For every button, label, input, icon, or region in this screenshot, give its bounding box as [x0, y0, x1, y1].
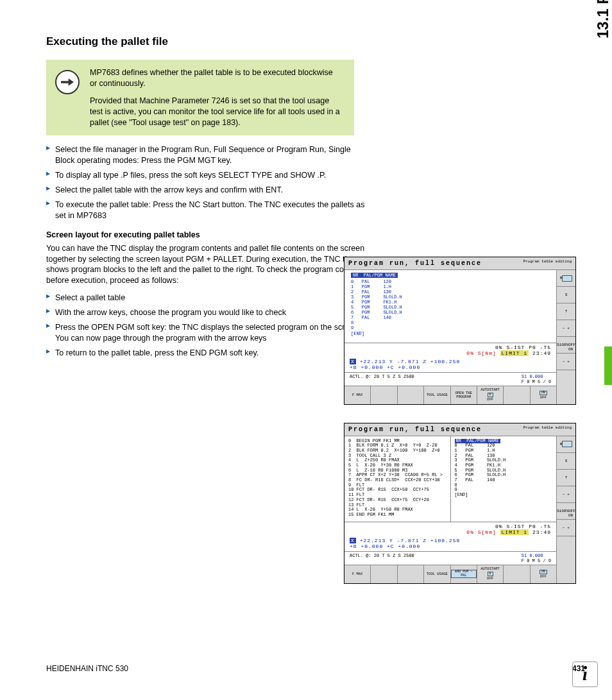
body-paragraph: You can have the TNC display the program… — [46, 243, 367, 287]
softkey[interactable] — [371, 386, 397, 404]
side-button[interactable]: M — [557, 436, 575, 453]
side-button[interactable]: S — [557, 453, 575, 470]
side-toolbar: M S T − + S100%OFF ON − + — [556, 270, 575, 404]
softkey-row: F MAX TOOL USAGE OPEN THE PROGRAM AUTOST… — [344, 386, 556, 404]
softkey[interactable] — [398, 386, 424, 404]
ss-mode-label: Program table editing — [523, 426, 572, 433]
pallet-listing: NR PAL/PGM NAME 0 PAL 120 1 PGM 1.H 2 PA… — [451, 436, 557, 522]
side-button[interactable]: S — [557, 287, 575, 303]
page-edge-tab — [604, 346, 612, 385]
side-button[interactable]: M — [557, 270, 575, 287]
softkey[interactable] — [504, 565, 530, 583]
side-button[interactable]: − + — [557, 520, 575, 536]
note-box: MP7683 defines whether the pallet table … — [46, 60, 354, 135]
side-button[interactable]: T — [557, 470, 575, 486]
info-icon: ı — [572, 662, 598, 687]
softkey[interactable]: END PGM → PAL — [451, 565, 477, 583]
tnc-screenshot: Program run, full sequence Program table… — [344, 257, 576, 405]
step-item: With the arrow keys, choose the program … — [46, 307, 367, 318]
step-item: Select the pallet table with the arrow k… — [46, 185, 367, 196]
side-button[interactable]: T — [557, 303, 575, 320]
tnc-screenshot: Program run, full sequence Program table… — [344, 423, 576, 584]
side-button[interactable]: − + — [557, 486, 575, 503]
step-item: Select a pallet table — [46, 293, 367, 303]
footer-product: HEIDENHAIN iTNC 530 — [46, 664, 128, 673]
coordinates-display: X +22.213 Y -7.071 Z +100.250 +B +0.000 … — [344, 357, 556, 372]
step-item: Press the OPEN PGM soft key: the TNC dis… — [46, 322, 367, 344]
softkey[interactable] — [371, 565, 397, 583]
ss-title: Program run, full sequence — [348, 260, 482, 267]
softkey[interactable]: TOOL USAGE — [424, 386, 450, 404]
step-item: Select the file manager in the Program R… — [46, 144, 367, 166]
softkey-row: F MAX TOOL USAGE END PGM → PAL AUTOSTART… — [344, 565, 556, 583]
softkey[interactable] — [504, 386, 530, 404]
softkey[interactable]: F MAX — [344, 565, 371, 583]
info-bar: ACTL. @: 20 T 5 Z S 2500 S1 0.000F 0 M 5… — [344, 551, 556, 565]
softkey[interactable] — [398, 565, 424, 583]
step-item: To execute the pallet table: Press the N… — [46, 200, 367, 221]
program-listing: 0 BEGIN PGM FK1 MM 1 BLK FORM 0.1 Z X+0 … — [344, 436, 451, 522]
note-paragraph: Provided that Machine Parameter 7246 is … — [90, 96, 341, 128]
arrow-right-icon — [55, 70, 80, 94]
info-bar: ACTL. @: 20 T 5 Z S 2500 S1 0.000F 0 M 5… — [344, 372, 556, 386]
section-heading: Executing the pallet file — [46, 35, 585, 48]
sub-heading: Screen layout for executing pallet table… — [46, 230, 585, 239]
side-button[interactable]: − + — [557, 354, 575, 370]
softkey[interactable]: ONOFF — [531, 386, 556, 404]
softkey[interactable]: AUTOSTART⊕OFF — [477, 565, 504, 583]
side-toolbar: M S T − + S100%OFF ON − + — [556, 436, 575, 583]
softkey[interactable]: ONOFF — [531, 565, 556, 583]
softkey[interactable]: TOOL USAGE — [424, 565, 450, 583]
coordinates-display: X +22.213 Y -7.071 Z +100.250 +B +0.000 … — [344, 536, 556, 551]
steps-list: Select the file manager in the Program R… — [46, 144, 367, 221]
status-line: 0% S-IST P0 -T50% S[Nm] LIMIT 1 23:49 — [350, 524, 551, 535]
side-section-title: 13.1 Pallet Editor — [594, 0, 612, 38]
page-footer: HEIDENHAIN iTNC 530 431 — [46, 664, 585, 673]
side-button[interactable]: − + — [557, 320, 575, 337]
step-item: To return to the pallet table, press the… — [46, 348, 367, 359]
pallet-list: NR PAL/PGM NAME 0 PAL 120 1 PGM 1.H 2 PA… — [344, 270, 556, 343]
steps-list: Select a pallet table With the arrow key… — [46, 293, 367, 358]
note-paragraph: MP7683 defines whether the pallet table … — [90, 67, 341, 89]
softkey[interactable]: F MAX — [344, 386, 371, 404]
step-item: To display all type .P files, press the … — [46, 170, 367, 181]
side-button[interactable]: S100%OFF ON — [557, 337, 575, 354]
ss-title: Program run, full sequence — [348, 426, 482, 433]
ss-mode-label: Program table editing — [523, 260, 572, 267]
softkey[interactable]: AUTOSTART⊕OFF — [477, 386, 504, 404]
side-button[interactable]: S100%OFF ON — [557, 503, 575, 520]
status-line: 0% S-IST P0 -T50% S[Nm] LIMIT 1 23:49 — [350, 345, 551, 356]
softkey[interactable]: OPEN THE PROGRAM — [451, 386, 477, 404]
